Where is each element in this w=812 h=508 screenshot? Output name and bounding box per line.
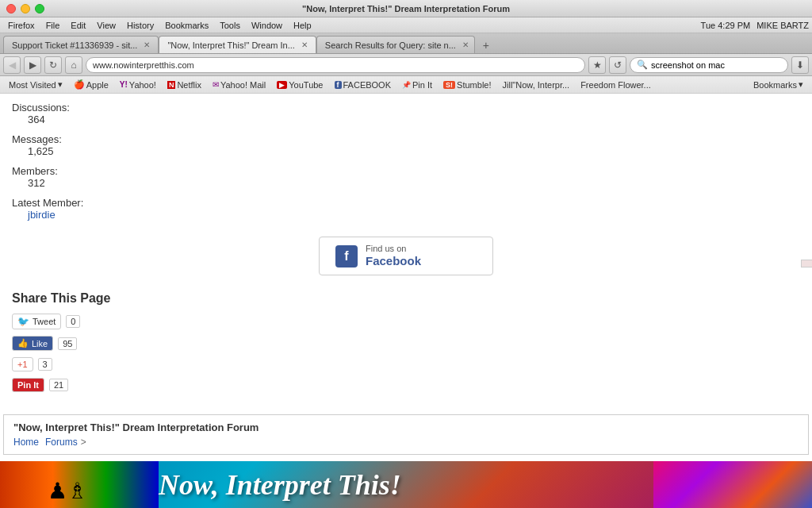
reload-button[interactable]: ↻ <box>44 56 62 74</box>
menu-history[interactable]: History <box>122 20 159 31</box>
bookmark-facebook[interactable]: f FACEBOOK <box>331 79 396 91</box>
bookmark-freedom-flower[interactable]: Freedom Flower... <box>576 79 655 91</box>
jill-label: Jill"Now, Interpr... <box>503 80 570 90</box>
tweet-button[interactable]: 🐦 Tweet <box>12 314 61 329</box>
like-row: 👍 Like 95 <box>12 336 800 351</box>
traffic-lights <box>6 4 44 13</box>
bookmark-star[interactable]: ★ <box>588 56 606 74</box>
discussions-value: 364 <box>12 114 800 125</box>
netflix-label: Netflix <box>177 80 201 90</box>
freedom-flower-label: Freedom Flower... <box>580 80 651 90</box>
search-text: screenshot on mac <box>651 60 725 70</box>
tab-label-2: Search Results for Query: site n... <box>325 40 456 50</box>
breadcrumb-section: "Now, Interpret This!" Dream Interpretat… <box>3 414 809 455</box>
menu-edit[interactable]: Edit <box>66 20 90 31</box>
messages-label: Messages: <box>12 133 800 145</box>
tab-label-0: Support Ticket #11336939 - sit... <box>12 40 137 50</box>
forums-link[interactable]: Forums <box>45 437 78 448</box>
close-button[interactable] <box>6 4 16 13</box>
like-button[interactable]: 👍 Like <box>12 336 53 351</box>
bookmarks-menu[interactable]: Bookmarks ▾ <box>749 78 807 91</box>
home-button[interactable]: ⌂ <box>65 56 82 74</box>
tab-close-2[interactable]: ✕ <box>462 40 469 49</box>
pin-button[interactable]: Pin It <box>12 378 44 392</box>
bookmark-yahoo-mail[interactable]: ✉ Yahoo! Mail <box>209 79 270 91</box>
breadcrumb-nav: Home Forums > <box>13 437 799 448</box>
bookmark-most-visited[interactable]: Most Visited ▾ <box>5 78 67 91</box>
forward-button[interactable]: ▶ <box>24 56 41 74</box>
facebook-widget: f Find us on Facebook <box>12 237 800 275</box>
yahoo-mail-label: Yahoo! Mail <box>220 80 266 90</box>
facebook-logo: f <box>335 245 358 267</box>
bookmark-stumble[interactable]: S! Stumble! <box>439 79 495 91</box>
tab-0[interactable]: Support Ticket #11336939 - sit... ✕ <box>3 36 159 53</box>
menu-bar: Firefox File Edit View History Bookmarks… <box>0 17 812 33</box>
breadcrumb-arrow: > <box>81 437 86 448</box>
window-title: "Now, Interpret This!" Dream Interpretat… <box>302 4 510 13</box>
bookmark-youtube[interactable]: ▶ YouTube <box>273 79 327 91</box>
url-text: www.nowinterpretthis.com <box>93 60 194 70</box>
bookmark-jill[interactable]: Jill"Now, Interpr... <box>499 79 574 91</box>
facebook-button[interactable]: f Find us on Facebook <box>319 237 493 275</box>
refresh-button[interactable]: ↺ <box>609 56 626 74</box>
menu-tools[interactable]: Tools <box>215 20 245 31</box>
share-section: Share This Page 🐦 Tweet 0 👍 Like 95 +1 <box>12 291 800 392</box>
thumbsup-icon: 👍 <box>17 338 29 348</box>
members-section: Members: 312 <box>12 165 800 189</box>
youtube-label: YouTube <box>289 80 323 90</box>
title-bar: "Now, Interpret This!" Dream Interpretat… <box>0 0 812 17</box>
tab-1[interactable]: "Now, Interpret This!" Dream In... ✕ <box>159 36 316 53</box>
back-button[interactable]: ◀ <box>3 56 21 74</box>
menu-right: Tue 4:29 PM MIKE BARTZ <box>701 21 809 30</box>
home-link[interactable]: Home <box>13 437 39 448</box>
right-sidebar-decoration <box>801 260 812 267</box>
search-engine-icon: 🔍 <box>637 60 648 70</box>
banner-chess-icon: ♟♗ <box>48 478 87 504</box>
tweet-row: 🐦 Tweet 0 <box>12 314 800 329</box>
menu-view[interactable]: View <box>92 20 121 31</box>
breadcrumb-title: "Now, Interpret This!" Dream Interpretat… <box>13 421 799 433</box>
nav-bar: ◀ ▶ ↻ ⌂ www.nowinterpretthis.com ★ ↺ 🔍 s… <box>0 54 812 76</box>
gplus-row: +1 3 <box>12 357 800 371</box>
discussions-label: Discussions: <box>12 102 800 114</box>
browser-content: Discussions: 364 Messages: 1,625 Members… <box>0 94 812 508</box>
menu-help[interactable]: Help <box>289 20 316 31</box>
maximize-button[interactable] <box>35 4 44 13</box>
gplus-label: +1 <box>17 360 28 369</box>
pinit-label: Pin It <box>412 80 432 90</box>
most-visited-label: Most Visited <box>9 80 56 90</box>
menu-firefox[interactable]: Firefox <box>3 20 40 31</box>
user-name: MIKE BARTZ <box>756 21 809 30</box>
url-bar[interactable]: www.nowinterpretthis.com <box>86 57 585 73</box>
menu-window[interactable]: Window <box>247 20 287 31</box>
tab-close-0[interactable]: ✕ <box>144 40 150 49</box>
bookmark-netflix[interactable]: N Netflix <box>163 79 205 91</box>
gplus-button[interactable]: +1 <box>12 357 33 371</box>
tab-close-1[interactable]: ✕ <box>301 40 308 49</box>
yahoo-label: Yahoo! <box>129 80 156 90</box>
tab-2[interactable]: Search Results for Query: site n... ✕ <box>316 36 475 53</box>
banner-text: Now, Interpret This! <box>159 468 401 502</box>
latest-member-section: Latest Member: jbirdie <box>12 197 800 221</box>
like-count: 95 <box>58 337 77 350</box>
bookmarks-label: Bookmarks <box>753 80 797 90</box>
bookmark-yahoo[interactable]: Y! Yahoo! <box>116 79 160 91</box>
latest-member-link[interactable]: jbirdie <box>12 209 800 221</box>
bookmarks-bar: Most Visited ▾ 🍎 Apple Y! Yahoo! N Netfl… <box>0 76 812 94</box>
pin-label: Pin It <box>17 380 39 390</box>
bookmark-apple[interactable]: 🍎 Apple <box>70 78 113 91</box>
downloads-button[interactable]: ⬇ <box>791 56 809 74</box>
bookmark-pinit[interactable]: 📌 Pin It <box>398 79 436 91</box>
discussions-section: Discussions: 364 <box>12 102 800 125</box>
new-tab-button[interactable]: + <box>478 37 494 53</box>
facebook-text: Find us on Facebook <box>366 244 421 268</box>
tweet-count: 0 <box>66 315 80 328</box>
minimize-button[interactable] <box>21 4 30 13</box>
menu-file[interactable]: File <box>41 20 65 31</box>
tabs-bar: Support Ticket #11336939 - sit... ✕ "Now… <box>0 33 812 54</box>
page-content: Discussions: 364 Messages: 1,625 Members… <box>0 94 812 408</box>
members-value: 312 <box>12 177 800 189</box>
search-bar[interactable]: 🔍 screenshot on mac <box>630 57 788 73</box>
gplus-count: 3 <box>38 358 52 371</box>
menu-bookmarks[interactable]: Bookmarks <box>160 20 213 31</box>
